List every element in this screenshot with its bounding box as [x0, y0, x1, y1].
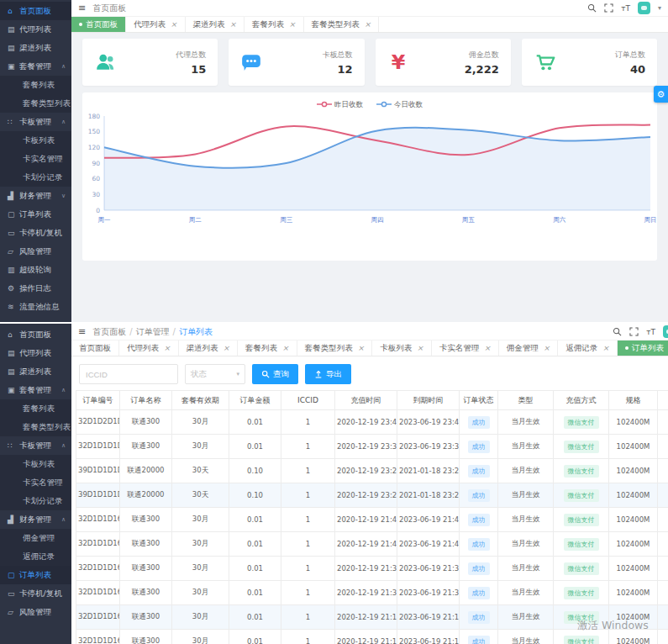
sidebar-subitem[interactable]: 返佣记录 [0, 547, 71, 566]
table-row[interactable]: 32D1D1D1608 322262联通30030月0.0112020-12-1… [76, 508, 668, 532]
close-icon[interactable]: × [289, 20, 296, 29]
payment-badge[interactable]: 微信支付 [564, 587, 599, 599]
sidebar-item[interactable]: ▢订单列表 [0, 205, 71, 224]
tab-item[interactable]: 渠道列表× [179, 340, 239, 356]
sidebar-subitem[interactable]: 卡板列表 [0, 131, 71, 150]
column-header[interactable]: 订单名称 [120, 391, 172, 410]
font-size-icon[interactable]: тT [646, 328, 655, 336]
chevron-down-icon[interactable]: ▾ [658, 4, 661, 12]
sidebar-item[interactable]: ▢订单列表 [0, 566, 71, 584]
legend-item[interactable]: 昨日收数 [317, 100, 363, 110]
table-row[interactable]: 32D1D1D1608 322120联通30030月0.0112020-12-1… [76, 532, 668, 557]
table-row[interactable]: 32D1D1D1608 321355联通30030月0.0112020-12-1… [76, 581, 668, 605]
column-header[interactable]: 套餐有效期 [172, 391, 229, 410]
table-row[interactable]: 32D1D1D1D16 08391325联通30030月0.0112020-12… [76, 435, 668, 459]
tab-item[interactable]: 渠道列表× [186, 17, 245, 32]
search-icon[interactable] [587, 3, 597, 13]
breadcrumb-item[interactable]: 订单管理 [136, 326, 170, 338]
tab-item[interactable]: 佣金管理× [499, 340, 559, 356]
tab-item[interactable]: 套餐类型列表× [297, 340, 373, 356]
sidebar-item[interactable]: ▭卡停机/复机 [0, 224, 71, 242]
table-row[interactable]: 39D1D1D1D16 08391665联通2000030天0.1012020-… [76, 483, 668, 508]
sidebar-subitem[interactable]: 套餐类型列表 [0, 94, 71, 113]
status-badge[interactable]: 成功 [468, 514, 490, 526]
close-icon[interactable]: × [282, 344, 289, 352]
column-header[interactable]: 充值时间 [335, 391, 397, 410]
sidebar-item[interactable]: ⚙操作日志 [0, 279, 71, 298]
sidebar-item[interactable]: ▣套餐管理∧ [0, 57, 71, 76]
tab-active[interactable]: 首页面板 [71, 17, 126, 32]
close-icon[interactable]: × [484, 344, 491, 352]
export-button[interactable]: 导出 [305, 364, 351, 384]
status-badge[interactable]: 成功 [468, 636, 490, 644]
sidebar-item[interactable]: ⌂首页面板 [0, 2, 71, 20]
sidebar-subitem[interactable]: 套餐类型列表 [0, 418, 71, 436]
sidebar-subitem[interactable]: 卡实名管理 [0, 473, 71, 492]
sidebar-subitem[interactable]: 卡板列表 [0, 455, 71, 473]
search-button[interactable]: 查询 [252, 364, 298, 384]
iccid-input[interactable] [79, 364, 178, 384]
status-select[interactable]: 状态 ▾ [185, 364, 245, 384]
sidebar-item[interactable]: ▟财务管理∧ [0, 510, 71, 529]
tab-item[interactable]: 代理列表× [126, 17, 186, 32]
sidebar-item[interactable]: ▤代理列表 [0, 344, 71, 362]
close-icon[interactable]: × [230, 20, 237, 29]
tab-item[interactable]: 代理列表× [119, 340, 179, 356]
column-header[interactable]: 订单编号 [76, 391, 120, 410]
sidebar-item[interactable]: ▤渠道列表 [0, 362, 71, 381]
payment-badge[interactable]: 微信支付 [564, 465, 599, 478]
close-icon[interactable]: × [224, 344, 230, 352]
tab-item[interactable]: 卡板列表× [372, 340, 432, 356]
status-badge[interactable]: 成功 [468, 416, 490, 429]
sidebar-item[interactable]: ▱风险管理 [0, 242, 71, 261]
payment-badge[interactable]: 微信支付 [564, 611, 599, 624]
payment-badge[interactable]: 微信支付 [564, 514, 599, 526]
column-header[interactable]: 规格 [609, 391, 658, 410]
sidebar-item[interactable]: ▤代理列表 [0, 20, 71, 39]
payment-badge[interactable]: 微信支付 [564, 489, 599, 502]
status-badge[interactable]: 成功 [468, 562, 490, 575]
breadcrumb-item[interactable]: 首页面板 [92, 3, 126, 14]
column-header[interactable]: 用户 [658, 391, 668, 410]
table-row[interactable]: 32D1D1D1608 321697联通30030月0.0112020-12-1… [76, 557, 668, 581]
close-icon[interactable]: × [365, 20, 371, 29]
table-row[interactable]: 39D1D1D1D16 08391733联通2000030天0.1012020-… [76, 459, 668, 483]
breadcrumb-item[interactable]: 首页面板 [92, 326, 126, 338]
sidebar-item[interactable]: ▱风险管理 [0, 603, 71, 621]
menu-toggle-icon[interactable]: ≡ [78, 3, 86, 13]
tab-active[interactable]: 订单列表× [618, 340, 668, 356]
table-row[interactable]: 32D1D1D1608 320706联通30030月0.0112020-12-1… [76, 605, 668, 630]
table-row[interactable]: 32D1D2D1D16 08392578联通30030月0.0112020-12… [76, 410, 668, 435]
sidebar-item[interactable]: ▤渠道列表 [0, 39, 71, 57]
tab-item[interactable]: 套餐列表× [245, 17, 304, 32]
status-badge[interactable]: 成功 [468, 611, 490, 624]
sidebar-subitem[interactable]: 卡划分记录 [0, 492, 71, 510]
status-badge[interactable]: 成功 [468, 587, 490, 599]
column-header[interactable]: 到期时间 [397, 391, 460, 410]
legend-item[interactable]: 今日收数 [376, 100, 423, 110]
close-icon[interactable]: × [171, 20, 177, 29]
fullscreen-icon[interactable] [629, 327, 639, 336]
status-badge[interactable]: 成功 [468, 465, 490, 478]
column-header[interactable]: ICCID [281, 391, 335, 410]
sidebar-subitem[interactable]: 套餐列表 [0, 76, 71, 94]
close-icon[interactable]: × [164, 344, 171, 352]
tab-item[interactable]: 套餐列表× [238, 340, 297, 356]
sidebar-item[interactable]: ▥超级轮询 [0, 261, 71, 279]
payment-badge[interactable]: 微信支付 [564, 562, 599, 575]
avatar[interactable] [638, 2, 650, 14]
column-header[interactable]: 充值方式 [554, 391, 609, 410]
font-size-icon[interactable]: тT [621, 4, 630, 13]
sidebar-item[interactable]: ▟财务管理∨ [0, 187, 71, 205]
sidebar-item[interactable]: ⌂首页面板 [0, 325, 71, 344]
payment-badge[interactable]: 微信支付 [564, 636, 599, 644]
sidebar-subitem[interactable]: 套餐列表 [0, 399, 71, 418]
tab-item[interactable]: 首页面板 [71, 340, 119, 356]
tab-item[interactable]: 返佣记录× [558, 340, 618, 356]
settings-gear-button[interactable]: ⚙ [654, 86, 668, 103]
menu-toggle-icon[interactable]: ≡ [78, 326, 86, 337]
sidebar-item[interactable]: ▭卡停机/复机 [0, 584, 71, 603]
status-badge[interactable]: 成功 [468, 489, 490, 502]
sidebar-item[interactable]: ▣套餐管理∧ [0, 381, 71, 399]
close-icon[interactable]: × [417, 344, 423, 352]
